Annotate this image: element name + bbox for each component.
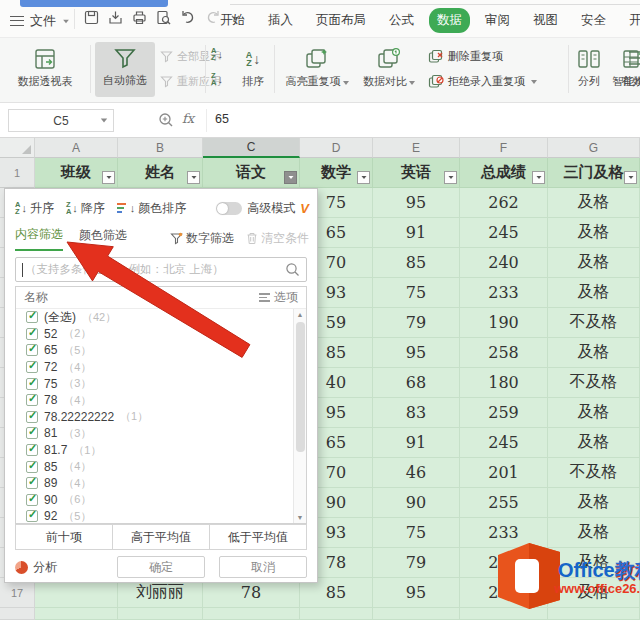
- cell[interactable]: 91: [373, 218, 460, 248]
- list-item[interactable]: 92（5）: [16, 508, 293, 523]
- clear-condition-button[interactable]: 清空条件: [246, 230, 309, 247]
- cell[interactable]: 75: [373, 278, 460, 308]
- cell[interactable]: 245: [460, 428, 548, 458]
- checkbox-checked-icon[interactable]: [26, 361, 38, 373]
- above-average-button[interactable]: 高于平均值: [112, 524, 210, 550]
- list-item[interactable]: 89（4）: [16, 475, 293, 492]
- header-cell[interactable]: 语文: [203, 158, 300, 188]
- cell[interactable]: 及格: [548, 398, 640, 428]
- column-letter-D[interactable]: D: [300, 138, 373, 158]
- cell[interactable]: 180: [460, 368, 548, 398]
- list-item[interactable]: 90（6）: [16, 492, 293, 509]
- cell[interactable]: 及格: [548, 248, 640, 278]
- options-button[interactable]: 选项: [259, 289, 298, 306]
- sort-desc-button[interactable]: ↓: [211, 72, 223, 86]
- cell[interactable]: 255: [460, 488, 548, 518]
- tab-color-filter[interactable]: 颜色筛选: [79, 227, 127, 250]
- cell[interactable]: 及格: [548, 338, 640, 368]
- list-item[interactable]: 52（2）: [16, 326, 293, 343]
- validation-button-clipped[interactable]: 有效性: [608, 46, 640, 89]
- cell[interactable]: 91: [373, 428, 460, 458]
- cell[interactable]: 259: [460, 398, 548, 428]
- checkbox-checked-icon[interactable]: [26, 444, 38, 456]
- checkbox-checked-icon[interactable]: [26, 311, 38, 323]
- number-filter-button[interactable]: 数字筛选: [170, 230, 234, 247]
- cell[interactable]: 79: [373, 308, 460, 338]
- cell[interactable]: 83: [373, 398, 460, 428]
- advanced-mode-toggle[interactable]: [216, 202, 242, 215]
- tab-5[interactable]: 数据: [429, 8, 470, 33]
- document-tab[interactable]: [20, 0, 168, 7]
- remove-duplicates-button[interactable]: 删除重复项: [428, 49, 503, 64]
- checkbox-checked-icon[interactable]: [26, 344, 38, 356]
- cell[interactable]: 不及格: [548, 368, 640, 398]
- checkbox-checked-icon[interactable]: [26, 328, 38, 340]
- text-to-columns-button[interactable]: 分列: [572, 46, 606, 89]
- tab-9[interactable]: 开: [621, 8, 640, 33]
- filter-dropdown-button[interactable]: [444, 171, 457, 184]
- cell[interactable]: 233: [460, 278, 548, 308]
- fx-icon[interactable]: fx: [182, 111, 194, 126]
- tab-2[interactable]: 插入: [260, 8, 301, 33]
- filter-dropdown-button[interactable]: [284, 171, 297, 184]
- list-item[interactable]: 81.7（1）: [16, 442, 293, 459]
- checkbox-checked-icon[interactable]: [26, 378, 38, 390]
- list-item[interactable]: 72（4）: [16, 359, 293, 376]
- header-cell[interactable]: 姓名: [118, 158, 203, 188]
- print-icon[interactable]: [132, 10, 147, 25]
- cell[interactable]: 240: [460, 248, 548, 278]
- list-item[interactable]: (全选)（42）: [16, 309, 293, 326]
- list-scrollbar[interactable]: ▲ ▼: [293, 309, 306, 523]
- highlight-duplicates-button[interactable]: 高亮重复项: [278, 46, 356, 89]
- name-box[interactable]: C5: [8, 109, 114, 132]
- color-sort-option[interactable]: ↓ 颜色排序: [117, 200, 187, 217]
- cell[interactable]: 75: [373, 518, 460, 548]
- filter-dropdown-button[interactable]: [187, 171, 200, 184]
- file-menu-button[interactable]: 文件: [10, 12, 70, 30]
- zoom-search-icon[interactable]: [158, 112, 174, 128]
- cell[interactable]: 不及格: [548, 308, 640, 338]
- cell[interactable]: 245: [460, 218, 548, 248]
- autofilter-button[interactable]: 自动筛选: [95, 42, 155, 97]
- header-cell[interactable]: 英语: [373, 158, 460, 188]
- top-ten-button[interactable]: 前十项: [15, 524, 113, 550]
- select-all-corner[interactable]: [0, 138, 35, 158]
- checkbox-checked-icon[interactable]: [26, 461, 38, 473]
- cell[interactable]: 79: [373, 548, 460, 578]
- scroll-down-icon[interactable]: ▼: [294, 512, 306, 523]
- pivot-table-button[interactable]: 数据透视表: [2, 46, 88, 89]
- below-average-button[interactable]: 低于平均值: [209, 524, 307, 550]
- cell[interactable]: 85: [373, 248, 460, 278]
- list-item[interactable]: 78（4）: [16, 392, 293, 409]
- list-item[interactable]: 81（3）: [16, 425, 293, 442]
- sort-descending-option[interactable]: ↓ 降序: [66, 200, 105, 217]
- cell-e17[interactable]: 95: [373, 578, 460, 608]
- column-letter-F[interactable]: F: [460, 138, 548, 158]
- column-letter-C[interactable]: C: [203, 138, 300, 158]
- cell[interactable]: 不及格: [548, 458, 640, 488]
- sort-asc-button[interactable]: ↓: [211, 47, 223, 61]
- cell[interactable]: 及格: [548, 278, 640, 308]
- cell[interactable]: 262: [460, 188, 548, 218]
- list-item[interactable]: 65（5）: [16, 342, 293, 359]
- list-item[interactable]: 78.22222222（1）: [16, 409, 293, 426]
- filter-search-input[interactable]: （支持多条件过滤，例如：北京 上海）: [15, 257, 307, 282]
- tab-7[interactable]: 视图: [525, 8, 566, 33]
- export-icon[interactable]: [108, 10, 123, 25]
- header-cell[interactable]: 总成绩: [460, 158, 548, 188]
- cell[interactable]: 及格: [548, 488, 640, 518]
- row-number[interactable]: 1: [0, 158, 35, 188]
- sort-ascending-option[interactable]: ↓ 升序: [15, 200, 54, 217]
- checkbox-checked-icon[interactable]: [26, 427, 38, 439]
- ok-button[interactable]: 确定: [117, 556, 205, 578]
- column-letter-A[interactable]: A: [35, 138, 118, 158]
- analyze-button[interactable]: 分析: [15, 559, 57, 576]
- reject-duplicate-input-button[interactable]: 拒绝录入重复项: [428, 74, 537, 89]
- tab-1[interactable]: 开始: [212, 8, 253, 33]
- column-letter-G[interactable]: G: [548, 138, 640, 158]
- filter-dropdown-button[interactable]: [102, 171, 115, 184]
- checkbox-checked-icon[interactable]: [26, 394, 38, 406]
- undo-icon[interactable]: [180, 10, 196, 25]
- print-preview-icon[interactable]: [156, 10, 171, 25]
- cell[interactable]: 及格: [548, 218, 640, 248]
